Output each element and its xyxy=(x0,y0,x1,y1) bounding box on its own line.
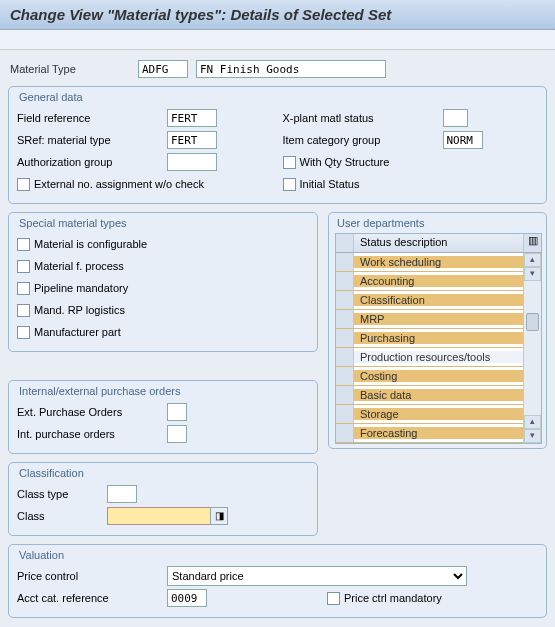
special-label-1: Material f. process xyxy=(34,260,124,272)
general-data-title: General data xyxy=(17,89,538,107)
special-label-0: Material is configurable xyxy=(34,238,147,250)
sref-input[interactable] xyxy=(167,131,217,149)
special-types-group: Special material types Material is confi… xyxy=(8,212,318,352)
row-label-9: Forecasting xyxy=(354,427,523,439)
iep-title: Internal/external purchase orders xyxy=(17,383,309,401)
row-selector-2[interactable] xyxy=(336,291,354,309)
scroll-thumb[interactable] xyxy=(526,313,539,331)
acct-ref-label: Acct cat. reference xyxy=(17,592,167,604)
scroll-up-icon[interactable]: ▴ xyxy=(524,253,541,267)
user-dept-row-5[interactable]: Production resources/tools xyxy=(336,348,523,367)
row-selector-9[interactable] xyxy=(336,424,354,442)
special-checkbox-0[interactable] xyxy=(17,238,30,251)
xplant-input[interactable] xyxy=(443,109,468,127)
row-label-1: Accounting xyxy=(354,275,523,287)
material-type-code-input[interactable] xyxy=(138,60,188,78)
row-label-6: Costing xyxy=(354,370,523,382)
with-qty-checkbox[interactable] xyxy=(283,156,296,169)
row-label-8: Storage xyxy=(354,408,523,420)
int-po-label: Int. purchase orders xyxy=(17,428,167,440)
user-dept-row-8[interactable]: Storage xyxy=(336,405,523,424)
classification-group: Classification Class type Class ◨ xyxy=(8,462,318,536)
user-dept-row-6[interactable]: Costing xyxy=(336,367,523,386)
user-dept-row-4[interactable]: Purchasing xyxy=(336,329,523,348)
user-dept-header: Status description ▥ xyxy=(336,234,541,253)
row-selector-5[interactable] xyxy=(336,348,354,366)
auth-group-input[interactable] xyxy=(167,153,217,171)
row-selector-4[interactable] xyxy=(336,329,354,347)
row-selector-7[interactable] xyxy=(336,386,354,404)
ext-po-label: Ext. Purchase Orders xyxy=(17,406,167,418)
acct-ref-input[interactable] xyxy=(167,589,207,607)
row-selector-0[interactable] xyxy=(336,253,354,271)
user-dept-row-1[interactable]: Accounting xyxy=(336,272,523,291)
special-checkbox-3[interactable] xyxy=(17,304,30,317)
row-selector-1[interactable] xyxy=(336,272,354,290)
price-mand-label: Price ctrl mandatory xyxy=(344,592,442,604)
user-dept-row-7[interactable]: Basic data xyxy=(336,386,523,405)
row-label-2: Classification xyxy=(354,294,523,306)
user-dept-row-3[interactable]: MRP xyxy=(336,310,523,329)
special-label-4: Manufacturer part xyxy=(34,326,121,338)
ext-no-checkbox[interactable] xyxy=(17,178,30,191)
row-selector-3[interactable] xyxy=(336,310,354,328)
valuation-group: Valuation Price control Standard price A… xyxy=(8,544,547,618)
row-selector-6[interactable] xyxy=(336,367,354,385)
row-label-3: MRP xyxy=(354,313,523,325)
sref-label: SRef: material type xyxy=(17,134,167,146)
price-control-label: Price control xyxy=(17,570,167,582)
user-dept-table: Status description ▥ Work schedulingAcco… xyxy=(335,233,542,444)
table-settings-icon[interactable]: ▥ xyxy=(523,234,541,252)
class-help-icon[interactable]: ◨ xyxy=(210,507,228,525)
price-mand-checkbox[interactable] xyxy=(327,592,340,605)
initial-status-label: Initial Status xyxy=(300,178,360,190)
special-label-2: Pipeline mandatory xyxy=(34,282,128,294)
auth-group-label: Authorization group xyxy=(17,156,167,168)
special-types-title: Special material types xyxy=(17,215,309,233)
toolbar-placeholder xyxy=(0,30,555,50)
with-qty-label: With Qty Structure xyxy=(300,156,390,168)
row-label-0: Work scheduling xyxy=(354,256,523,268)
classification-title: Classification xyxy=(17,465,309,483)
itemcat-input[interactable] xyxy=(443,131,483,149)
user-dept-group: User departments Status description ▥ Wo… xyxy=(328,212,547,449)
special-checkbox-1[interactable] xyxy=(17,260,30,273)
scroll-up2-icon[interactable]: ▾ xyxy=(524,267,541,281)
material-type-desc-input[interactable] xyxy=(196,60,386,78)
row-label-7: Basic data xyxy=(354,389,523,401)
valuation-title: Valuation xyxy=(17,547,538,565)
user-dept-scrollbar[interactable]: ▴ ▾ ▴ ▾ xyxy=(523,253,541,443)
class-type-input[interactable] xyxy=(107,485,137,503)
field-reference-label: Field reference xyxy=(17,112,167,124)
class-type-label: Class type xyxy=(17,488,107,500)
special-checkbox-2[interactable] xyxy=(17,282,30,295)
user-dept-title: User departments xyxy=(335,215,542,233)
class-label: Class xyxy=(17,510,107,522)
row-selector-8[interactable] xyxy=(336,405,354,423)
row-label-4: Purchasing xyxy=(354,332,523,344)
field-reference-input[interactable] xyxy=(167,109,217,127)
user-dept-row-9[interactable]: Forecasting xyxy=(336,424,523,443)
ext-po-input[interactable] xyxy=(167,403,187,421)
scroll-down-icon[interactable]: ▾ xyxy=(524,429,541,443)
page-title: Change View "Material types": Details of… xyxy=(0,0,555,30)
row-label-5: Production resources/tools xyxy=(354,351,523,363)
special-checkbox-4[interactable] xyxy=(17,326,30,339)
scroll-dn1-icon[interactable]: ▴ xyxy=(524,415,541,429)
status-desc-header[interactable]: Status description xyxy=(354,234,523,252)
itemcat-label: Item category group xyxy=(283,134,443,146)
user-dept-row-2[interactable]: Classification xyxy=(336,291,523,310)
select-all-icon[interactable] xyxy=(336,234,354,252)
header-row: Material Type xyxy=(8,56,547,86)
ext-no-label: External no. assignment w/o check xyxy=(34,178,204,190)
price-control-select[interactable]: Standard price xyxy=(167,566,467,586)
content-area: Material Type General data Field referen… xyxy=(0,50,555,627)
xplant-label: X-plant matl status xyxy=(283,112,443,124)
user-dept-row-0[interactable]: Work scheduling xyxy=(336,253,523,272)
initial-status-checkbox[interactable] xyxy=(283,178,296,191)
special-label-3: Mand. RP logistics xyxy=(34,304,125,316)
class-input[interactable]: ◨ xyxy=(107,507,227,525)
general-data-group: General data Field reference SRef: mater… xyxy=(8,86,547,204)
iep-group: Internal/external purchase orders Ext. P… xyxy=(8,380,318,454)
int-po-input[interactable] xyxy=(167,425,187,443)
